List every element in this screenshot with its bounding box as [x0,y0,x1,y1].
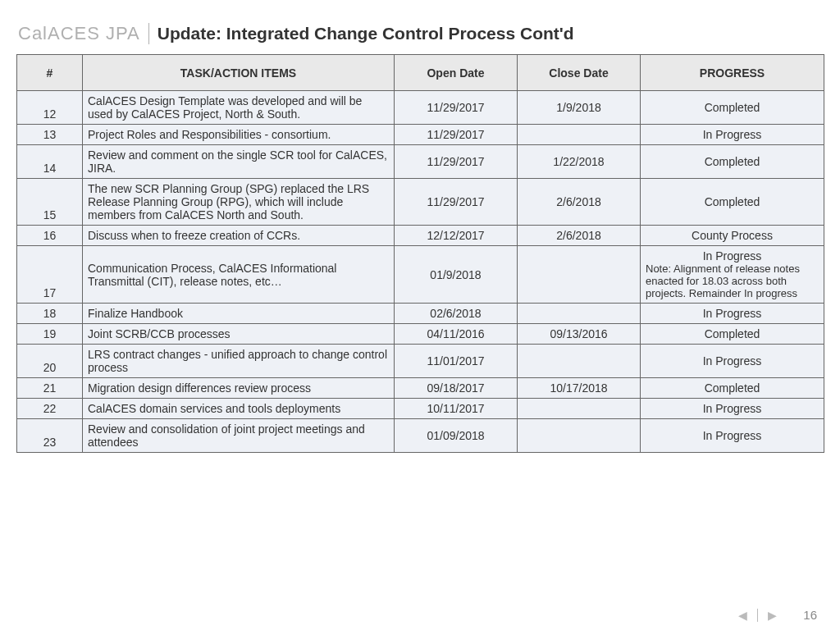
slide-footer: ◀ ▶ 16 [735,608,817,622]
cell-num: 16 [17,226,83,246]
cell-num: 20 [17,345,83,378]
cell-task: Discuss when to freeze creation of CCRs. [83,226,395,246]
table-row: 12CalACES Design Template was developed … [17,91,824,125]
cell-task: Review and comment on the single SCR too… [83,145,395,179]
col-header-open: Open Date [395,55,518,91]
table-row: 15The new SCR Planning Group (SPG) repla… [17,179,824,226]
cell-close-date [518,399,641,419]
prev-slide-button[interactable]: ◀ [735,609,751,622]
cell-task: Finalize Handbook [83,304,395,324]
cell-num: 14 [17,145,83,179]
cell-open-date: 09/18/2017 [395,378,518,399]
cell-task: Review and consolidation of joint projec… [83,419,395,453]
cell-progress: In Progress [641,304,824,324]
page-number: 16 [803,608,817,622]
cell-open-date: 11/29/2017 [395,179,518,226]
brand-label: CalACES JPA [18,23,149,44]
table-row: 23Review and consolidation of joint proj… [17,419,824,453]
cell-num: 22 [17,399,83,419]
cell-close-date: 10/17/2018 [518,378,641,399]
cell-open-date: 11/29/2017 [395,145,518,179]
table-row: 17Communication Process, CalACES Informa… [17,246,824,304]
cell-progress: In Progress [641,419,824,453]
cell-open-date: 11/29/2017 [395,91,518,125]
cell-progress: Completed [641,145,824,179]
cell-close-date: 1/9/2018 [518,91,641,125]
col-header-close: Close Date [518,55,641,91]
cell-progress: County Process [641,226,824,246]
cell-close-date: 09/13/2016 [518,324,641,345]
cell-task: Joint SCRB/CCB processes [83,324,395,345]
cell-num: 12 [17,91,83,125]
cell-close-date: 2/6/2018 [518,179,641,226]
cell-open-date: 02/6/2018 [395,304,518,324]
cell-task: The new SCR Planning Group (SPG) replace… [83,179,395,226]
cell-close-date [518,304,641,324]
col-header-progress: PROGRESS [641,55,824,91]
cell-task: Migration design differences review proc… [83,378,395,399]
cell-progress: In Progress [641,125,824,145]
cell-num: 23 [17,419,83,453]
cell-num: 17 [17,246,83,304]
table-row: 14Review and comment on the single SCR t… [17,145,824,179]
table-row: 13Project Roles and Responsibilities - c… [17,125,824,145]
col-header-task: TASK/ACTION ITEMS [83,55,395,91]
progress-note: Note: Alignment of release notes enacted… [646,262,819,299]
cell-open-date: 11/01/2017 [395,345,518,378]
next-slide-button[interactable]: ▶ [765,609,780,622]
cell-progress: In ProgressNote: Alignment of release no… [641,246,824,304]
col-header-num: # [17,55,83,91]
cell-close-date: 2/6/2018 [518,226,641,246]
table-row: 18Finalize Handbook02/6/2018In Progress [17,304,824,324]
cell-close-date [518,246,641,304]
cell-task: CalACES Design Template was developed an… [83,91,395,125]
cell-open-date: 01/09/2018 [395,419,518,453]
page-title: Update: Integrated Change Control Proces… [149,24,574,43]
cell-close-date [518,419,641,453]
table-header-row: # TASK/ACTION ITEMS Open Date Close Date… [17,55,824,91]
cell-progress: Completed [641,378,824,399]
cell-open-date: 11/29/2017 [395,125,518,145]
cell-close-date [518,125,641,145]
slide-header: CalACES JPA Update: Integrated Change Co… [0,0,840,54]
cell-num: 19 [17,324,83,345]
progress-status: In Progress [646,249,819,262]
table-row: 19Joint SCRB/CCB processes04/11/201609/1… [17,324,824,345]
cell-progress: Completed [641,179,824,226]
cell-progress: Completed [641,91,824,125]
cell-open-date: 10/11/2017 [395,399,518,419]
cell-open-date: 12/12/2017 [395,226,518,246]
cell-num: 13 [17,125,83,145]
nav-separator [757,609,758,622]
cell-num: 15 [17,179,83,226]
cell-close-date [518,345,641,378]
cell-num: 21 [17,378,83,399]
cell-open-date: 01/9/2018 [395,246,518,304]
cell-task: LRS contract changes - unified approach … [83,345,395,378]
cell-progress: In Progress [641,399,824,419]
cell-task: Communication Process, CalACES Informati… [83,246,395,304]
cell-task: Project Roles and Responsibilities - con… [83,125,395,145]
cell-close-date: 1/22/2018 [518,145,641,179]
cell-progress: Completed [641,324,824,345]
table-row: 16Discuss when to freeze creation of CCR… [17,226,824,246]
cell-progress: In Progress [641,345,824,378]
table-row: 22CalACES domain services and tools depl… [17,399,824,419]
cell-num: 18 [17,304,83,324]
cell-open-date: 04/11/2016 [395,324,518,345]
cell-task: CalACES domain services and tools deploy… [83,399,395,419]
action-items-table: # TASK/ACTION ITEMS Open Date Close Date… [16,54,824,453]
table-row: 21Migration design differences review pr… [17,378,824,399]
table-row: 20LRS contract changes - unified approac… [17,345,824,378]
